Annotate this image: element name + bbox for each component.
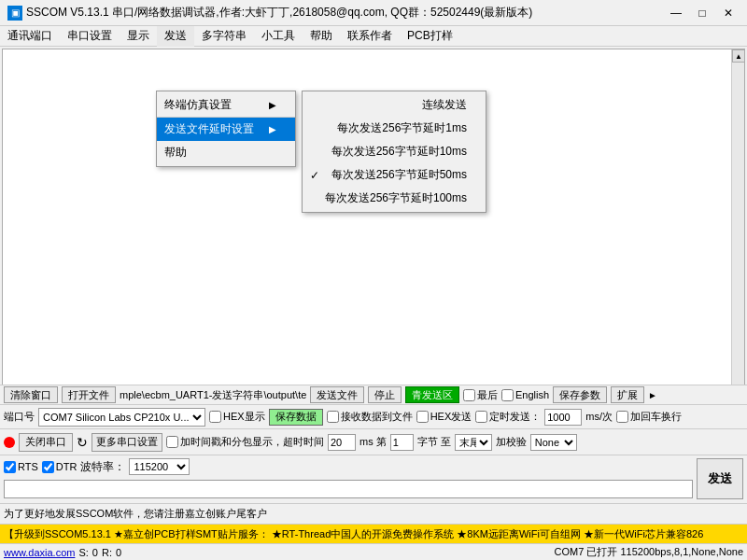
menu-delay-1ms[interactable]: 每次发送256字节延时1ms (303, 117, 486, 140)
port-settings-bar-2: 关闭串口 ↻ 更多串口设置 加时间戳和分包显示，超时时间 20 ms 第 1 字… (0, 429, 747, 455)
send-file-button[interactable]: 发送文件 (310, 386, 364, 403)
open-file-button[interactable]: 打开文件 (62, 386, 116, 403)
scroll-up-button[interactable]: ▲ (732, 49, 745, 63)
hex-display-label: HEX显示 (209, 410, 265, 424)
menu-terminal-sim[interactable]: 终端仿真设置 ▶ (157, 93, 295, 118)
dtr-label: DTR (42, 461, 78, 473)
checkmark-2 (310, 122, 325, 135)
refresh-icon[interactable]: ↻ (77, 435, 88, 450)
menu-contact[interactable]: 联系作者 (340, 26, 400, 47)
s-value: 0 (92, 547, 98, 558)
hex-send-label: HEX发送 (416, 410, 472, 424)
website-url[interactable]: www.daxia.com (4, 547, 75, 558)
bottom-toolbar: 清除窗口 打开文件 mple\ecbm_UART1-发送字符串\output\t… (0, 385, 747, 405)
ms2-label: ms 第 (359, 435, 387, 449)
menu-continuous-send[interactable]: 连续发送 (303, 93, 486, 117)
timeout-input[interactable]: 20 (328, 434, 356, 451)
expand-button[interactable]: 扩展 (611, 386, 644, 403)
menu-help[interactable]: 帮助 (303, 26, 340, 47)
checkmark-1 (310, 99, 325, 112)
menu-tools[interactable]: 小工具 (254, 26, 303, 47)
last-checkbox[interactable] (463, 389, 475, 401)
vertical-scrollbar[interactable]: ▲ ▼ (731, 49, 744, 412)
expand-icon: ► (648, 390, 657, 400)
com-status-text: COM7 已打开 115200bps,8,1,None,None (555, 545, 743, 559)
last-checkbox-label: 最后 (463, 388, 498, 402)
port-select[interactable]: COM7 Silicon Labs CP210x U... (38, 408, 205, 427)
bottom-section: 清除窗口 打开文件 mple\ecbm_UART1-发送字符串\output\t… (0, 385, 747, 560)
upgrade-text: 【升级到SSCOM5.13.1 ★嘉立创PCB打样SMT贴片服务： ★RT-Th… (4, 527, 703, 541)
delay-settings-menu: 连续发送 每次发送256字节延时1ms 每次发送256字节延时10ms ✓ 每次… (302, 91, 486, 213)
minimize-button[interactable]: — (665, 4, 687, 22)
menu-delay-100ms[interactable]: 每次发送256字节延时100ms (303, 187, 486, 210)
dropdown-overlay: 终端仿真设置 ▶ 发送文件延时设置 ▶ 帮助 连续发送 每次发送256字节延时1… (3, 49, 744, 412)
menu-delay-50ms[interactable]: ✓ 每次发送256字节延时50ms (303, 163, 486, 187)
byte-end-select[interactable]: 末尾 (455, 434, 492, 451)
byte-unit-label: 字节 至 (417, 435, 451, 449)
r-label: R: (102, 547, 112, 558)
menu-communications[interactable]: 通讯端口 (0, 26, 60, 47)
more-ports-button[interactable]: 更多串口设置 (92, 433, 162, 452)
menu-pcb[interactable]: PCB打样 (400, 26, 460, 47)
hex-send-checkbox[interactable] (416, 411, 429, 423)
save-data-button[interactable]: 保存数据 (269, 409, 323, 426)
add-return-checkbox[interactable] (616, 411, 628, 423)
close-port-button[interactable]: 关闭串口 (19, 433, 73, 452)
send-menu: 终端仿真设置 ▶ 发送文件延时设置 ▶ 帮助 (156, 91, 296, 167)
english-checkbox[interactable] (501, 389, 514, 401)
menu-delay-10ms[interactable]: 每次发送256字节延时10ms (303, 140, 486, 163)
send-area-button[interactable]: 青发送区 (405, 386, 459, 403)
port-settings-bar: 端口号 COM7 Silicon Labs CP210x U... HEX显示 … (0, 405, 747, 429)
sscom-ad-text: 为了更好地发展SSCOM软件，您请注册嘉立创账户尾客户 (4, 507, 267, 521)
s-label: S: (78, 547, 88, 558)
close-button[interactable]: ✕ (717, 4, 740, 22)
dtr-checkbox[interactable] (42, 461, 54, 473)
timed-value-input[interactable]: 1000 (544, 409, 582, 426)
arrow-icon-2: ▶ (269, 124, 276, 134)
receive-to-file-checkbox[interactable] (327, 411, 339, 423)
timed-send-label: 定时发送： (475, 410, 541, 424)
window-controls: — □ ✕ (665, 4, 740, 22)
hex-display-checkbox[interactable] (209, 411, 221, 423)
app-icon: ▣ (7, 6, 22, 21)
add-time-label: 加时间戳和分包显示，超时时间 (166, 435, 324, 449)
receive-to-file-label: 接收数据到文件 (327, 410, 413, 424)
ms-label: ms/次 (585, 410, 613, 424)
rts-checkbox[interactable] (4, 461, 16, 473)
maximize-button[interactable]: □ (691, 4, 713, 22)
menu-send-file-delay[interactable]: 发送文件延时设置 ▶ (157, 118, 295, 141)
file-path-text: mple\ecbm_UART1-发送字符串\output\test.bin (120, 388, 306, 402)
port-status-indicator (4, 437, 15, 448)
checkmark-5 (310, 192, 325, 205)
byte-start-input[interactable]: 1 (390, 434, 414, 451)
verify-select[interactable]: None (530, 434, 577, 451)
menu-bar: 通讯端口 串口设置 显示 发送 多字符串 小工具 帮助 联系作者 PCB打样 (0, 26, 747, 47)
clear-window-button[interactable]: 清除窗口 (4, 386, 58, 403)
port-label: 端口号 (4, 410, 35, 424)
status-bar: www.daxia.com S: 0 R: 0 COM7 已打开 115200b… (0, 543, 747, 560)
baud-label: 波特率： (80, 459, 125, 475)
menu-multistring[interactable]: 多字符串 (194, 26, 254, 47)
menu-display[interactable]: 显示 (120, 26, 157, 47)
scroll-track[interactable] (732, 63, 744, 399)
save-params-button[interactable]: 保存参数 (553, 386, 607, 403)
verify-label: 加校验 (496, 435, 527, 449)
checkmark-3 (310, 146, 325, 159)
add-return-label: 加回车换行 (616, 410, 682, 424)
app-title: SSCOM V5.13.1 串口/网络数据调试器,作者:大虾丁丁,2618058… (26, 5, 665, 21)
timed-send-checkbox[interactable] (475, 411, 487, 423)
main-content: ▲ ▼ 终端仿真设置 ▶ 发送文件延时设置 ▶ 帮助 连续发送 (2, 49, 745, 413)
arrow-icon: ▶ (269, 100, 276, 110)
send-button[interactable]: 发送 (697, 458, 743, 499)
send-input[interactable] (4, 480, 693, 498)
menu-serial-settings[interactable]: 串口设置 (60, 26, 120, 47)
add-time-checkbox[interactable] (166, 436, 178, 448)
ticker-bar: 【升级到SSCOM5.13.1 ★嘉立创PCB打样SMT贴片服务： ★RT-Th… (0, 525, 747, 543)
stop-button[interactable]: 停止 (368, 386, 402, 403)
baud-select[interactable]: 115200 (129, 458, 190, 475)
menu-send[interactable]: 发送 (157, 26, 194, 47)
checkmark-4: ✓ (310, 169, 325, 182)
r-value: 0 (116, 547, 121, 558)
title-bar: ▣ SSCOM V5.13.1 串口/网络数据调试器,作者:大虾丁丁,26180… (0, 0, 747, 26)
menu-help-item[interactable]: 帮助 (157, 141, 295, 164)
